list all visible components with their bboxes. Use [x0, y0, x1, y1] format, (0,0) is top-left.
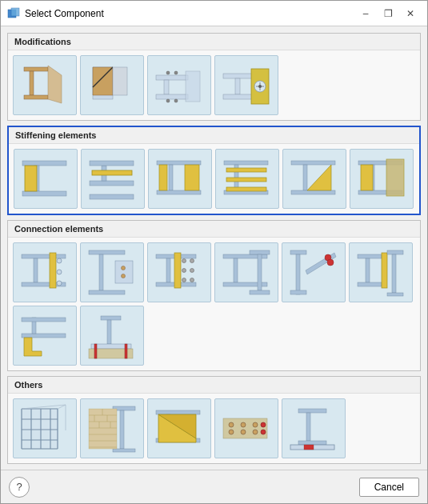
svg-rect-45 [226, 187, 266, 191]
oth-item-1[interactable] [13, 398, 77, 458]
svg-rect-19 [235, 78, 240, 94]
section-modifications-items [8, 50, 420, 120]
svg-point-144 [241, 422, 246, 427]
conn-item-2[interactable] [80, 242, 144, 302]
svg-rect-103 [107, 320, 111, 344]
window-controls: – ❐ ✕ [355, 5, 421, 22]
mod-item-4[interactable] [214, 55, 278, 115]
svg-rect-137 [156, 410, 200, 414]
svg-rect-39 [185, 165, 199, 190]
svg-point-146 [261, 422, 266, 427]
footer: ? Cancel [1, 470, 427, 503]
oth-item-5[interactable] [282, 398, 346, 458]
svg-rect-59 [50, 253, 56, 288]
svg-point-62 [57, 281, 62, 286]
svg-point-61 [57, 270, 62, 274]
section-connection-items [8, 238, 420, 370]
svg-point-75 [182, 269, 186, 273]
select-component-window: Select Component – ❐ ✕ Modifications [0, 0, 428, 504]
svg-rect-86 [296, 254, 300, 294]
svg-point-67 [122, 266, 126, 270]
svg-marker-50 [307, 165, 331, 190]
mod-item-2[interactable] [80, 55, 144, 115]
conn-item-6[interactable] [349, 242, 413, 302]
svg-point-148 [241, 430, 246, 434]
svg-rect-43 [226, 168, 266, 172]
conn-item-3[interactable] [147, 242, 211, 302]
svg-rect-11 [164, 80, 169, 94]
section-modifications-header: Modifications [8, 34, 420, 50]
svg-rect-123 [120, 410, 124, 449]
stiff-item-6[interactable] [350, 149, 414, 209]
main-content: Modifications [1, 26, 427, 470]
svg-rect-32 [90, 194, 134, 199]
section-stiffening-items [9, 144, 419, 214]
svg-marker-5 [48, 66, 62, 103]
stiff-item-5[interactable] [282, 149, 346, 209]
svg-rect-155 [304, 445, 314, 450]
svg-rect-72 [174, 253, 181, 288]
svg-rect-1 [11, 8, 19, 16]
section-connection: Connection elements [7, 220, 421, 371]
svg-rect-17 [186, 71, 200, 102]
svg-rect-151 [298, 409, 326, 413]
svg-rect-35 [157, 161, 201, 165]
svg-rect-10 [156, 75, 188, 80]
svg-rect-48 [291, 190, 335, 194]
stiff-item-3[interactable] [148, 149, 212, 209]
svg-rect-100 [22, 318, 66, 322]
svg-point-16 [174, 99, 178, 102]
svg-point-149 [253, 430, 258, 434]
svg-rect-96 [392, 254, 396, 293]
svg-rect-33 [90, 161, 134, 166]
svg-rect-3 [30, 71, 34, 95]
stiff-item-2[interactable] [81, 149, 145, 209]
svg-point-73 [182, 259, 186, 263]
svg-rect-124 [113, 449, 135, 452]
svg-rect-80 [234, 258, 238, 282]
svg-point-77 [182, 278, 186, 282]
svg-point-143 [229, 422, 234, 427]
conn-item-8[interactable] [80, 306, 144, 366]
title-bar: Select Component – ❐ ✕ [1, 1, 427, 26]
svg-rect-92 [366, 258, 370, 282]
mod-item-3[interactable] [147, 55, 211, 115]
section-others: Others [7, 376, 421, 464]
svg-rect-87 [290, 290, 306, 294]
conn-item-5[interactable] [282, 242, 346, 302]
svg-rect-70 [166, 258, 170, 282]
help-button[interactable]: ? [9, 477, 30, 498]
svg-rect-102 [101, 316, 121, 320]
stiff-item-4[interactable] [215, 149, 279, 209]
stiff-item-1[interactable] [14, 149, 78, 209]
svg-rect-142 [223, 418, 267, 438]
section-stiffening: Stiffening elements [7, 126, 421, 215]
svg-rect-28 [22, 191, 66, 196]
svg-rect-55 [361, 165, 373, 190]
svg-rect-29 [25, 166, 37, 191]
oth-item-4[interactable] [214, 398, 278, 458]
restore-button[interactable]: ❐ [378, 5, 398, 22]
conn-item-7[interactable] [13, 306, 77, 366]
close-button[interactable]: ✕ [400, 5, 421, 22]
mod-item-1[interactable] [13, 55, 77, 115]
cancel-button[interactable]: Cancel [359, 478, 419, 497]
svg-point-68 [122, 274, 126, 278]
window-title: Select Component [25, 8, 355, 19]
svg-point-150 [261, 430, 266, 434]
section-others-header: Others [8, 377, 420, 394]
minimize-button[interactable]: – [355, 5, 376, 22]
conn-item-4[interactable] [214, 242, 278, 302]
svg-rect-93 [358, 282, 382, 286]
oth-item-3[interactable] [147, 398, 211, 458]
svg-rect-46 [291, 161, 335, 165]
svg-rect-26 [22, 161, 66, 166]
svg-rect-63 [89, 250, 125, 254]
svg-point-76 [190, 269, 194, 273]
svg-point-147 [229, 430, 234, 434]
svg-rect-95 [387, 250, 403, 254]
svg-rect-82 [250, 250, 270, 254]
svg-point-78 [190, 278, 194, 282]
oth-item-2[interactable] [80, 398, 144, 458]
conn-item-1[interactable] [13, 242, 77, 302]
